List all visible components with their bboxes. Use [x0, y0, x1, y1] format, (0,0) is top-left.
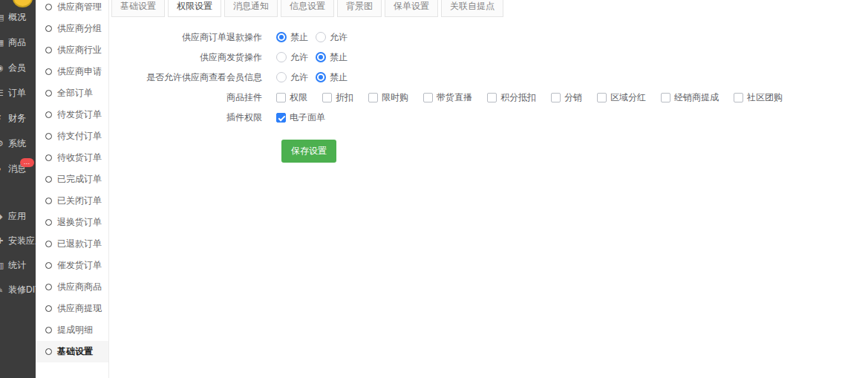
- circle-bullet-icon: [45, 47, 52, 53]
- settings-tabbar: 基础设置权限设置消息通知信息设置背景图保单设置关联自提点: [111, 0, 868, 17]
- option-label: 积分抵扣: [500, 91, 536, 104]
- tab-linked-pickup-point[interactable]: 关联自提点: [441, 0, 503, 17]
- circle-bullet-icon: [45, 219, 52, 226]
- checkbox-option[interactable]: 积分抵扣: [487, 91, 536, 104]
- sidebar-item-finance[interactable]: ¥财务: [0, 105, 36, 131]
- diy-icon: ✎: [0, 285, 5, 295]
- option-label: 折扣: [336, 91, 353, 104]
- sidebar-item-label: 财务: [8, 112, 26, 125]
- sidebar-item-apps[interactable]: ◆应用: [0, 204, 36, 229]
- tab-permission-settings[interactable]: 权限设置: [168, 0, 221, 17]
- submenu-item-label: 待发货订单: [57, 108, 102, 121]
- radio-checked-icon[interactable]: [276, 32, 287, 42]
- radio-unchecked-icon[interactable]: [276, 72, 287, 82]
- submenu-item-label: 已退款订单: [57, 238, 102, 250]
- sidebar-item-statistics[interactable]: ▥统计: [0, 253, 36, 278]
- checkbox-unchecked-icon[interactable]: [487, 93, 497, 102]
- submenu-item[interactable]: 已退款订单: [36, 233, 108, 255]
- radio-unchecked-icon[interactable]: [316, 32, 326, 42]
- sidebar-item-label: 应用: [8, 210, 26, 223]
- checkbox-unchecked-icon[interactable]: [368, 93, 378, 102]
- radio-option[interactable]: 禁止: [316, 51, 347, 64]
- submenu-item-label: 全部订单: [57, 87, 93, 100]
- radio-option[interactable]: 禁止: [276, 31, 308, 44]
- submenu-item[interactable]: 待支付订单: [36, 126, 108, 147]
- submenu-item[interactable]: 供应商提现: [36, 298, 108, 319]
- save-settings-button[interactable]: 保存设置: [281, 140, 336, 163]
- sidebar-group-1: ◆应用✚安装应用▥统计✎装修DIY: [0, 204, 36, 302]
- permission-settings-form: 供应商订单退款操作禁止允许供应商发货操作允许禁止是否允许供应商查看会员信息允许禁…: [111, 30, 868, 124]
- radio-checked-icon[interactable]: [316, 52, 326, 62]
- radio-option[interactable]: 允许: [276, 71, 308, 84]
- sidebar-item-install-apps[interactable]: ✚安装应用: [0, 229, 36, 253]
- form-row-supplier-delivery: 供应商发货操作允许禁止: [111, 50, 868, 64]
- submenu-item[interactable]: 已关闭订单: [36, 190, 108, 212]
- checkbox-option[interactable]: 分销: [551, 91, 582, 104]
- checkbox-option[interactable]: 限时购: [368, 91, 408, 104]
- submenu-item[interactable]: 基础设置: [36, 341, 108, 362]
- submenu-item-label: 待收货订单: [57, 151, 102, 164]
- supplier-view-member-info-radio-group: 允许禁止: [271, 71, 355, 84]
- checkbox-option[interactable]: 电子面单: [276, 111, 325, 124]
- submenu-item-label: 供应商分组: [57, 22, 102, 35]
- sidebar-item-label: 商品: [8, 36, 26, 49]
- circle-bullet-icon: [45, 4, 52, 10]
- option-label: 允许: [330, 31, 347, 44]
- checkbox-option[interactable]: 权限: [276, 91, 307, 104]
- submenu-item-label: 供应商提现: [57, 302, 102, 315]
- checkbox-unchecked-icon[interactable]: [322, 93, 332, 102]
- radio-option[interactable]: 禁止: [316, 71, 347, 84]
- checkbox-unchecked-icon[interactable]: [276, 93, 286, 102]
- circle-bullet-icon: [45, 68, 52, 75]
- submenu-item[interactable]: 供应商商品: [36, 276, 108, 298]
- submenu-item[interactable]: 供应商行业: [36, 39, 108, 61]
- sidebar-item-label: 订单: [8, 87, 26, 100]
- checkbox-option[interactable]: 区域分红: [597, 91, 646, 104]
- sidebar-item-goods[interactable]: ▦商品: [0, 30, 36, 55]
- circle-bullet-icon: [45, 25, 52, 32]
- checkbox-unchecked-icon[interactable]: [734, 93, 743, 102]
- submenu-item[interactable]: 供应商申请: [36, 61, 108, 82]
- sidebar-item-system[interactable]: ⚙系统: [0, 131, 36, 156]
- submenu-item[interactable]: 供应商分组: [36, 18, 108, 39]
- submenu-item[interactable]: 待收货订单: [36, 147, 108, 169]
- sidebar-item-overview[interactable]: ▤概况: [0, 4, 36, 30]
- tab-info-settings[interactable]: 信息设置: [281, 0, 334, 17]
- checkbox-option[interactable]: 经销商提成: [661, 91, 719, 104]
- form-row-goods-widgets: 商品挂件权限折扣限时购带货直播积分抵扣分销区域分红经销商提成社区团购: [111, 91, 868, 104]
- sidebar-item-message[interactable]: ●消息…: [0, 156, 36, 181]
- tab-message-notify[interactable]: 消息通知: [224, 0, 278, 17]
- submenu-item[interactable]: 供应商管理: [36, 0, 108, 18]
- submenu-item-label: 已关闭订单: [57, 195, 102, 207]
- radio-option[interactable]: 允许: [316, 31, 347, 44]
- submenu-item-label: 已完成订单: [57, 173, 102, 186]
- submenu-item[interactable]: 待发货订单: [36, 104, 108, 126]
- option-label: 禁止: [290, 31, 308, 44]
- checkbox-checked-icon[interactable]: [276, 113, 286, 123]
- submenu-item[interactable]: 催发货订单: [36, 255, 108, 276]
- checkbox-unchecked-icon[interactable]: [423, 93, 433, 102]
- submenu-item[interactable]: 已完成订单: [36, 169, 108, 190]
- option-label: 限时购: [382, 91, 408, 104]
- checkbox-unchecked-icon[interactable]: [597, 93, 607, 102]
- sidebar-item-member[interactable]: ◉会员: [0, 55, 36, 80]
- submenu-item[interactable]: 退换货订单: [36, 212, 108, 233]
- checkbox-option[interactable]: 带货直播: [423, 91, 472, 104]
- submenu-item[interactable]: 全部订单: [36, 82, 108, 104]
- radio-checked-icon[interactable]: [316, 72, 326, 82]
- sidebar-item-order[interactable]: ☰订单: [0, 80, 36, 105]
- checkbox-option[interactable]: 折扣: [322, 91, 353, 104]
- tab-background-image[interactable]: 背景图: [337, 0, 382, 17]
- checkbox-option[interactable]: 社区团购: [734, 91, 783, 104]
- tab-warranty-settings[interactable]: 保单设置: [385, 0, 438, 17]
- checkbox-unchecked-icon[interactable]: [661, 93, 670, 102]
- submenu-item-label: 供应商管理: [57, 1, 102, 13]
- submenu-item[interactable]: 提成明细: [36, 319, 108, 341]
- option-label: 社区团购: [747, 91, 783, 104]
- radio-unchecked-icon[interactable]: [276, 52, 287, 62]
- sidebar-item-decorate-diy[interactable]: ✎装修DIY: [0, 278, 36, 302]
- checkbox-unchecked-icon[interactable]: [551, 93, 561, 102]
- member-icon: ◉: [0, 63, 5, 73]
- radio-option[interactable]: 允许: [276, 51, 308, 64]
- tab-basic-settings[interactable]: 基础设置: [111, 0, 165, 17]
